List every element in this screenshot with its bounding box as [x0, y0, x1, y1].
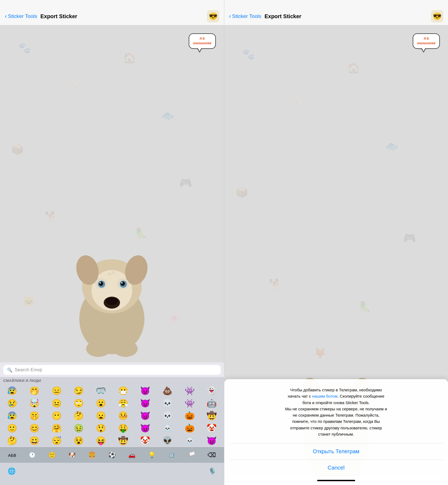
keyboard-delete-button[interactable]: ⌫ — [202, 449, 222, 461]
svg-point-12 — [121, 282, 123, 284]
emoji-cell[interactable]: 🤒 — [112, 409, 134, 422]
emoji-cell[interactable]: 😈 — [201, 434, 223, 447]
emoji-cell[interactable]: 😲 — [90, 422, 112, 434]
keyboard-travel-button[interactable]: 🚗 — [122, 449, 142, 461]
right-nav-bar: ‹ Sticker Tools Export Sticker 😎 — [224, 0, 448, 25]
keyboard-symbols-button[interactable]: 🔣 — [162, 449, 182, 461]
emoji-cell[interactable]: 😴 — [45, 434, 68, 447]
right-dialog-action-label: Открыть Телеграм — [313, 448, 359, 455]
emoji-cell[interactable]: 🙂 — [1, 422, 23, 434]
emoji-cell[interactable]: 😤 — [112, 397, 134, 409]
emoji-cell[interactable]: 😰 — [1, 409, 23, 422]
left-dog-sticker — [66, 243, 158, 357]
emoji-cell[interactable]: 😈 — [134, 384, 156, 397]
emoji-cell[interactable]: 💩 — [156, 384, 179, 397]
emoji-cell[interactable]: 👻 — [201, 384, 223, 397]
emoji-cell[interactable]: 🤔 — [68, 409, 90, 422]
keyboard-emoji-icon: 🙂 — [48, 452, 56, 459]
emoji-cell[interactable]: 🤭 — [23, 384, 46, 397]
right-phone: ‹ Sticker Tools Export Sticker 😎 🐾 🏠 🦴 🐟… — [224, 0, 448, 485]
right-nav-emoji-button[interactable]: 😎 — [431, 10, 443, 22]
left-emoji-grid: 😰 🤭 😑 😏 🥽 😷 😈 💩 👾 👻 😢 🤯 😐 🙄 😮 😤 👿 💀 👾 🤖 … — [0, 384, 224, 447]
right-dialog: Чтобы добавить стикер в Телеграм, необхо… — [224, 379, 448, 485]
emoji-cell[interactable]: 👾 — [178, 384, 201, 397]
emoji-cell[interactable]: 😢 — [1, 397, 23, 409]
keyboard-emoji-button[interactable]: 🙂 — [42, 449, 62, 461]
emoji-cell[interactable]: 💀 — [156, 409, 179, 422]
left-nav-emoji-icon: 😎 — [209, 12, 217, 21]
emoji-cell[interactable]: 🤔 — [1, 434, 23, 447]
keyboard-clock-icon: 🕐 — [29, 452, 36, 459]
right-dialog-action-button[interactable]: Открыть Телеграм — [230, 443, 443, 460]
keyboard-clock-button[interactable]: 🕐 — [22, 449, 42, 461]
emoji-cell[interactable]: 😈 — [134, 409, 156, 422]
left-nav-emoji-button[interactable]: 😎 — [207, 10, 219, 22]
keyboard-animal-icon: 🐶 — [68, 452, 76, 459]
keyboard-objects-button[interactable]: 💡 — [142, 449, 162, 461]
left-back-button[interactable]: ‹ Sticker Tools — [5, 13, 37, 20]
emoji-cell[interactable]: 🎃 — [178, 409, 201, 422]
left-nav-title: Export Sticker — [40, 13, 77, 20]
right-dialog-cancel-button[interactable]: Cancel — [230, 460, 443, 476]
emoji-cell[interactable]: 👾 — [178, 397, 201, 409]
emoji-cell[interactable]: 🎃 — [178, 422, 201, 434]
keyboard-symbols-icon: 🔣 — [169, 453, 174, 458]
emoji-cell[interactable]: 🤗 — [45, 422, 68, 434]
emoji-cell[interactable]: 🤡 — [201, 422, 223, 434]
emoji-cell[interactable]: 👿 — [134, 397, 156, 409]
emoji-cell[interactable]: 😵 — [68, 434, 90, 447]
emoji-cell[interactable]: 🤢 — [68, 422, 90, 434]
svg-point-15 — [86, 341, 111, 357]
left-emoji-search-area: 🔍 Search Emoji — [0, 362, 224, 377]
emoji-cell[interactable]: 😶 — [45, 409, 68, 422]
emoji-cell[interactable]: 😰 — [1, 384, 23, 397]
emoji-cell[interactable]: ☠️ — [156, 422, 179, 434]
right-back-label: Sticker Tools — [232, 13, 261, 19]
emoji-cell[interactable]: 😊 — [23, 422, 46, 434]
emoji-cell[interactable]: 🤠 — [201, 409, 223, 422]
dialog-bot-link[interactable]: нашим ботом — [312, 394, 337, 398]
keyboard-animal-button[interactable]: 🐶 — [62, 449, 82, 461]
emoji-cell[interactable]: 🤯 — [23, 397, 46, 409]
emoji-cell[interactable]: 😈 — [134, 422, 156, 434]
right-back-chevron-icon: ‹ — [229, 13, 231, 20]
right-speech-text: Я В шшшшоке — [417, 37, 436, 45]
emoji-cell[interactable]: 🥽 — [90, 384, 112, 397]
emoji-cell[interactable]: 🤫 — [23, 409, 46, 422]
emoji-cell[interactable]: 😷 — [112, 384, 134, 397]
left-phone: ‹ Sticker Tools Export Sticker 😎 🐾 🏠 🦴 🐟… — [0, 0, 224, 485]
emoji-cell[interactable]: 🤑 — [112, 422, 134, 434]
svg-point-9 — [99, 281, 103, 286]
emoji-cell[interactable]: 🤖 — [201, 397, 223, 409]
keyboard-food-button[interactable]: 🍔 — [82, 449, 102, 461]
keyboard-sports-button[interactable]: ⚽ — [102, 449, 122, 461]
emoji-cell[interactable]: 😑 — [45, 384, 68, 397]
emoji-cell[interactable]: 🤠 — [112, 434, 134, 447]
svg-point-14 — [106, 297, 118, 305]
left-search-bar[interactable]: 🔍 Search Emoji — [3, 365, 221, 375]
left-back-label: Sticker Tools — [8, 13, 37, 19]
keyboard-abc-button[interactable]: АБВ — [2, 449, 22, 461]
globe-icon: 🌐 — [8, 467, 16, 475]
emoji-cell[interactable]: 😏 — [68, 384, 90, 397]
emoji-cell[interactable]: 💀 — [156, 397, 179, 409]
svg-point-16 — [113, 341, 138, 357]
right-back-button[interactable]: ‹ Sticker Tools — [229, 13, 261, 20]
emoji-cell[interactable]: 🤡 — [134, 434, 156, 447]
emoji-cell[interactable]: 😮 — [90, 397, 112, 409]
emoji-cell[interactable]: 😀 — [23, 434, 46, 447]
emoji-cell[interactable]: ☠️ — [178, 434, 201, 447]
keyboard-abc-label: АБВ — [8, 453, 16, 458]
emoji-cell[interactable]: 😐 — [45, 397, 68, 409]
keyboard-mic-button[interactable]: 🎙️ — [206, 465, 219, 477]
left-search-icon: 🔍 — [7, 367, 12, 373]
emoji-cell[interactable]: 🙄 — [68, 397, 90, 409]
keyboard-globe-button[interactable]: 🌐 — [5, 465, 18, 477]
left-search-placeholder: Search Emoji — [15, 367, 42, 373]
keyboard-objects-icon: 💡 — [148, 452, 156, 459]
keyboard-flags-button[interactable]: 🏳️ — [182, 449, 202, 461]
emoji-cell[interactable]: 😦 — [90, 409, 112, 422]
emoji-cell[interactable]: 👽 — [156, 434, 179, 447]
emoji-cell[interactable]: 😝 — [90, 434, 112, 447]
right-home-bar — [317, 480, 355, 481]
